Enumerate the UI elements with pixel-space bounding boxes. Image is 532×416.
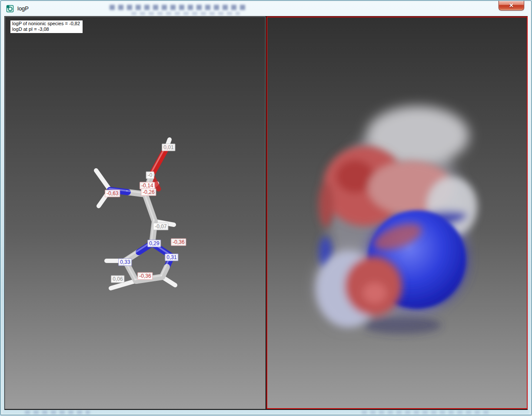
atom-label: 0,01 bbox=[162, 144, 175, 151]
atom-label: 0,29 bbox=[147, 240, 161, 247]
titlebar[interactable]: logP ✕ bbox=[1, 1, 531, 16]
atom-label: 0,31 bbox=[165, 254, 178, 261]
blurred-background-text bbox=[131, 12, 240, 15]
blurred-background-text bbox=[25, 411, 90, 414]
client-area: 0,01-0-0,14-0,26-0,63-0,070,29-0,360,310… bbox=[4, 16, 528, 410]
atom-label: -0,26 bbox=[141, 189, 156, 196]
logp-surface-panel[interactable] bbox=[266, 17, 528, 409]
atom-label: -0 bbox=[146, 172, 154, 179]
atom-label: -0,07 bbox=[153, 223, 168, 230]
atom-label: -0,36 bbox=[171, 239, 186, 246]
blurred-background-text bbox=[362, 411, 492, 414]
window-bottom-edge bbox=[1, 410, 531, 415]
close-button[interactable]: ✕ bbox=[499, 1, 524, 10]
surface-3d-view bbox=[267, 17, 527, 408]
atom-labels-layer: 0,01-0-0,14-0,26-0,63-0,070,29-0,360,310… bbox=[5, 17, 265, 409]
window-title: logP bbox=[17, 5, 29, 12]
atom-label: 0,33 bbox=[118, 259, 132, 266]
atom-label: 0,06 bbox=[111, 276, 124, 283]
logp-info-box: logP of nonionic species = -0,82 logD at… bbox=[10, 20, 83, 33]
desktop: logP ✕ bbox=[0, 0, 532, 416]
atom-label: -0,63 bbox=[105, 190, 120, 197]
close-icon: ✕ bbox=[509, 2, 514, 9]
app-icon bbox=[6, 5, 14, 13]
logd-info-line: logD at pI = -3,08 bbox=[12, 27, 80, 32]
logp-info-line: logP of nonionic species = -0,82 bbox=[12, 21, 80, 27]
logp-structure-panel[interactable]: 0,01-0-0,14-0,26-0,63-0,070,29-0,360,310… bbox=[5, 17, 266, 409]
logp-window: logP ✕ bbox=[0, 0, 532, 415]
atom-label: -0,36 bbox=[137, 273, 153, 280]
blurred-background-text bbox=[110, 5, 249, 10]
